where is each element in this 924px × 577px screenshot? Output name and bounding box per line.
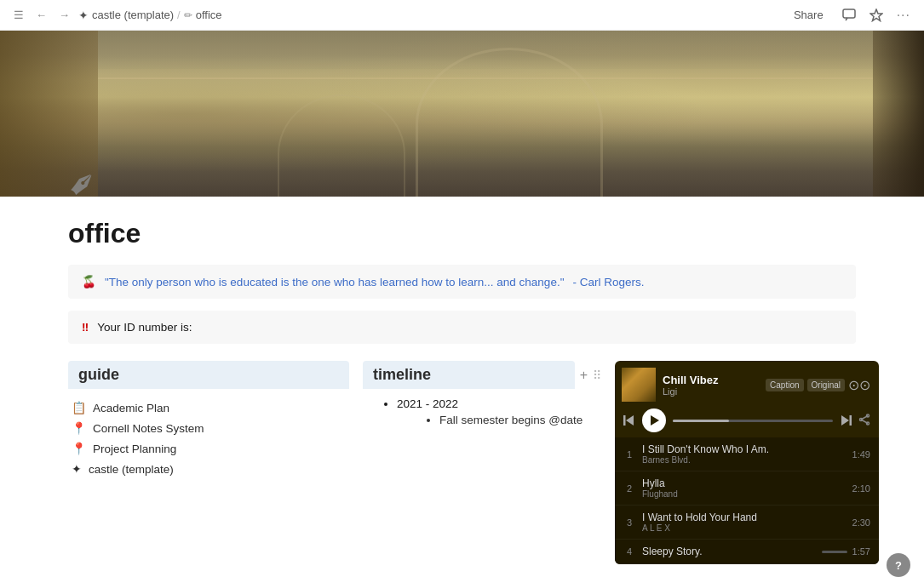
svg-marker-1: [870, 9, 882, 21]
guide-header: guide: [68, 361, 349, 389]
track-duration-1: 1:49: [852, 449, 870, 460]
id-block: ‼ Your ID number is:: [68, 311, 856, 344]
castle-link-icon: ✦: [72, 462, 82, 476]
music-player: Chill Vibez Ligi Caption Original ⊙⊙: [615, 361, 879, 564]
page-content: office 🍒 "The only person who is educate…: [0, 217, 924, 577]
track-duration-4: 1:57: [852, 546, 870, 557]
columns: guide 📋 Academic Plan 📍 Cornell Notes Sy…: [68, 361, 856, 564]
music-player-header: Chill Vibez Ligi Caption Original ⊙⊙: [615, 361, 879, 405]
help-button[interactable]: ?: [887, 553, 910, 577]
topbar-right: Share ···: [785, 4, 914, 26]
guide-item-academic[interactable]: 📋 Academic Plan: [72, 397, 346, 418]
track-sub-3: A L E X: [642, 523, 846, 533]
quote-emoji: 🍒: [82, 275, 96, 288]
breadcrumb-office[interactable]: office: [196, 9, 222, 21]
share-button[interactable]: Share: [785, 6, 832, 24]
track-number-1: 1: [623, 449, 635, 460]
topbar-left: ☰ ← → ✦ castle (template) / ✏ office: [10, 7, 222, 23]
back-button[interactable]: ←: [32, 7, 50, 23]
timeline-column: timeline + ⠿ 2021 - 2022 Fall semester b…: [363, 361, 601, 435]
svg-marker-5: [841, 415, 849, 426]
music-thumbnail: [622, 368, 656, 402]
music-more-button[interactable]: ⊙⊙: [848, 377, 870, 393]
breadcrumb: ✦ castle (template) / ✏ office: [78, 9, 222, 22]
guide-item-castle[interactable]: ✦ castle (template): [72, 459, 346, 479]
music-tracklist: 1 I Still Don't Know Who I Am. Barnes Bl…: [615, 437, 879, 564]
share-music-button[interactable]: [858, 414, 870, 428]
track-duration-2: 2:10: [852, 483, 870, 494]
track-info-3: I Want to Hold Your Hand A L E X: [642, 511, 846, 533]
quote-author: - Carl Rogers.: [572, 276, 644, 288]
track-duration-3: 2:30: [852, 517, 870, 528]
svg-line-10: [861, 420, 868, 424]
play-button[interactable]: [642, 408, 666, 432]
timeline-event-1: Fall semester begins @date: [439, 414, 598, 426]
music-header-actions: Caption Original ⊙⊙: [766, 377, 870, 393]
timeline-add-button[interactable]: +: [580, 368, 588, 383]
music-column: Chill Vibez Ligi Caption Original ⊙⊙: [615, 361, 879, 564]
svg-line-9: [861, 415, 868, 420]
track-sub-1: Barnes Blvd.: [642, 455, 846, 465]
track-row-2[interactable]: 2 Hylla Flughand 2:10: [615, 471, 879, 506]
guide-label-cornell: Cornell Notes System: [93, 422, 204, 435]
progress-bar[interactable]: [673, 420, 833, 422]
caption-button[interactable]: Caption: [766, 379, 803, 391]
id-text: Your ID number is:: [97, 321, 192, 334]
svg-rect-0: [843, 9, 855, 18]
edit-icon: ✏: [184, 9, 192, 21]
original-button[interactable]: Original: [807, 379, 845, 391]
track-info-4: Sleepy Story.: [642, 546, 815, 557]
clipboard-icon: 📋: [72, 401, 86, 414]
track-number-4: 4: [623, 546, 635, 557]
svg-rect-4: [850, 415, 852, 426]
comment-button[interactable]: [839, 5, 859, 26]
forward-button[interactable]: →: [55, 7, 73, 23]
guide-label-castle: castle (template): [89, 463, 174, 476]
breadcrumb-separator: /: [177, 9, 181, 21]
id-emoji: ‼: [82, 321, 89, 334]
track-row-1[interactable]: 1 I Still Don't Know Who I Am. Barnes Bl…: [615, 437, 879, 471]
timeline-header: timeline: [363, 361, 575, 389]
star-button[interactable]: [866, 5, 887, 26]
music-artist: Ligi: [663, 386, 759, 397]
hero-balcony: [98, 69, 873, 79]
pin-icon-2: 📍: [72, 442, 86, 455]
skip-forward-button[interactable]: [840, 414, 852, 426]
music-info: Chill Vibez Ligi: [663, 374, 759, 397]
guide-item-project[interactable]: 📍 Project Planning: [72, 438, 346, 459]
track-name-3: I Want to Hold Your Hand: [642, 511, 846, 523]
bottom-bar: ?: [887, 553, 910, 577]
timeline-drag-handle[interactable]: ⠿: [593, 368, 601, 382]
track-name-4: Sleepy Story.: [642, 546, 815, 557]
hero-right-edge: [873, 31, 924, 197]
guide-item-cornell[interactable]: 📍 Cornell Notes System: [72, 418, 346, 438]
guide-body: 📋 Academic Plan 📍 Cornell Notes System 📍…: [68, 389, 349, 488]
track-number-2: 2: [623, 483, 635, 494]
track-number-3: 3: [623, 517, 635, 528]
skip-back-button[interactable]: [623, 414, 635, 426]
timeline-body: 2021 - 2022 Fall semester begins @date: [363, 389, 601, 435]
castle-icon: ✦: [78, 9, 89, 22]
track-name-1: I Still Don't Know Who I Am.: [642, 443, 846, 455]
quote-text: "The only person who is educated is the …: [105, 276, 564, 288]
guide-label-academic: Academic Plan: [93, 402, 169, 414]
topbar: ☰ ← → ✦ castle (template) / ✏ office Sha…: [0, 0, 924, 31]
quote-block: 🍒 "The only person who is educated is th…: [68, 265, 856, 299]
track-waveform-4: [822, 551, 847, 553]
music-controls: [615, 405, 879, 437]
breadcrumb-castle[interactable]: castle (template): [92, 9, 174, 21]
music-title: Chill Vibez: [663, 374, 759, 386]
svg-marker-3: [626, 415, 634, 426]
more-button[interactable]: ···: [893, 4, 914, 26]
track-sub-2: Flughand: [642, 489, 846, 499]
track-row-3[interactable]: 3 I Want to Hold Your Hand A L E X 2:30: [615, 506, 879, 540]
pin-icon-1: 📍: [72, 421, 86, 435]
menu-button[interactable]: ☰: [10, 7, 27, 23]
page-title: office: [68, 217, 856, 249]
timeline-year: 2021 - 2022: [397, 397, 598, 410]
hero-image: ✒: [0, 31, 924, 197]
guide-label-project: Project Planning: [93, 443, 176, 455]
guide-column: guide 📋 Academic Plan 📍 Cornell Notes Sy…: [68, 361, 349, 488]
svg-rect-2: [623, 415, 626, 426]
track-row-4[interactable]: 4 Sleepy Story. 1:57: [615, 540, 879, 564]
